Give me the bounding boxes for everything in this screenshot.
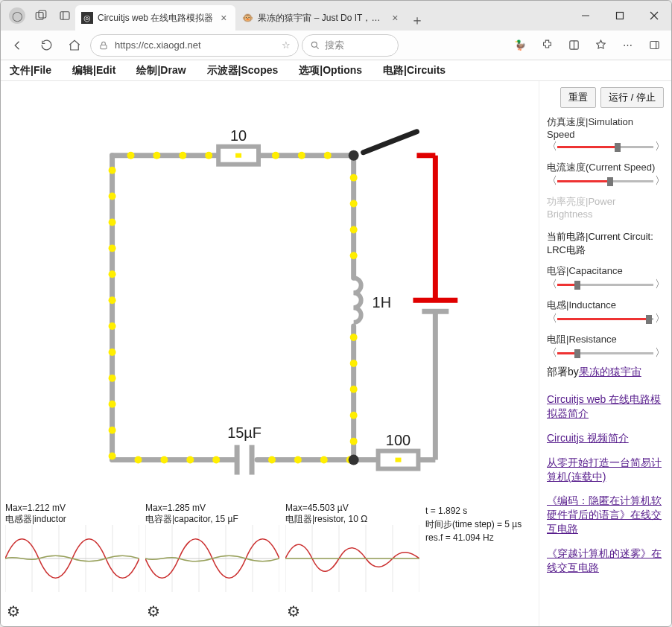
scope-name: 电感器|inductor	[5, 514, 139, 525]
svg-point-55	[212, 456, 220, 464]
scope-settings-icon[interactable]: ⚙	[7, 602, 20, 620]
svg-point-22	[109, 167, 116, 174]
arrow-right-icon[interactable]: 〉	[655, 140, 664, 153]
workspaces-icon[interactable]	[31, 5, 51, 26]
capacitance-slider[interactable]: 〈 〉	[547, 278, 664, 291]
copilot-button[interactable]	[641, 34, 667, 57]
circuit-canvas[interactable]: 10 100	[1, 81, 539, 500]
current-speed-label: 电流速度(Current Speed)	[547, 161, 664, 174]
titlebar: ◯ ◎ Circuitjs web 在线电路模拟器 × 🐵 果冻的猿宇宙 – J…	[1, 1, 671, 31]
sim-info: t = 1.892 s 时间步(time step) = 5 µs res.f …	[425, 503, 522, 544]
svg-rect-1	[39, 10, 46, 18]
arrow-left-icon[interactable]: 〈	[547, 278, 556, 291]
svg-rect-5	[617, 13, 624, 19]
svg-rect-0	[36, 13, 43, 20]
resistor-bottom-label: 100	[386, 432, 411, 448]
menu-edit[interactable]: 编辑|Edit	[72, 64, 115, 77]
svg-point-32	[109, 427, 116, 434]
svg-point-58	[320, 456, 328, 464]
profile-avatar[interactable]: ◯	[7, 5, 28, 26]
menu-scopes[interactable]: 示波器|Scopes	[207, 64, 279, 77]
arrow-left-icon[interactable]: 〈	[547, 174, 556, 188]
scope-resistor[interactable]: Max=45.503 µV 电阻器|resistor, 10 Ω ⚙	[285, 503, 419, 622]
link-video[interactable]: Circuitjs 视频简介	[547, 431, 664, 445]
reset-button[interactable]: 重置	[560, 87, 596, 108]
menu-circuits[interactable]: 电路|Circuits	[383, 64, 446, 77]
tab-circuitjs[interactable]: ◎ Circuitjs web 在线电路模拟器 ×	[75, 5, 235, 31]
search-box[interactable]: 搜索	[302, 34, 399, 57]
menu-options[interactable]: 选项|Options	[299, 64, 362, 77]
arrow-right-icon[interactable]: 〉	[655, 174, 664, 188]
svg-point-9	[311, 42, 317, 47]
simulation-speed-slider[interactable]: 〈 〉	[547, 140, 664, 153]
svg-line-10	[316, 46, 318, 48]
runstop-button[interactable]: 运行 / 停止	[600, 87, 664, 108]
svg-rect-13	[650, 42, 658, 49]
svg-point-28	[109, 322, 116, 330]
tab-close-button[interactable]: ×	[389, 12, 401, 24]
back-button[interactable]	[5, 34, 31, 57]
svg-point-23	[109, 193, 116, 200]
minimize-button[interactable]	[568, 4, 603, 27]
deploy-link[interactable]: 果冻的猿宇宙	[579, 366, 641, 378]
link-build-computer[interactable]: 从零开始打造一台简易计算机(连载中)	[547, 456, 664, 484]
close-window-button[interactable]	[637, 4, 671, 27]
arrow-right-icon[interactable]: 〉	[655, 312, 664, 325]
scope-settings-icon[interactable]: ⚙	[147, 602, 160, 620]
link-intro[interactable]: Circuitjs web 在线电路模拟器简介	[547, 392, 664, 421]
sidebar-button[interactable]	[561, 34, 586, 57]
svg-point-47	[350, 334, 358, 341]
link-fog-book[interactable]: 《穿越计算机的迷雾》在线交互电路	[547, 547, 664, 575]
menu-file[interactable]: 文件|File	[10, 64, 51, 77]
tabs-icon[interactable]	[54, 5, 75, 26]
favicon-icon: 🐵	[241, 12, 253, 24]
svg-rect-60	[235, 153, 241, 158]
arrow-right-icon[interactable]: 〉	[655, 278, 664, 291]
svg-point-40	[298, 152, 305, 159]
right-panel: 重置 运行 / 停止 仿真速度|Simulation Speed 〈 〉 电流速…	[539, 81, 671, 626]
svg-point-33	[109, 453, 116, 460]
tab-close-button[interactable]: ×	[218, 12, 229, 24]
url-text: https://cc.xiaogd.net	[115, 39, 201, 51]
link-code-book[interactable]: 《编码：隐匿在计算机软硬件背后的语言》在线交互电路	[547, 494, 664, 536]
scope-settings-icon[interactable]: ⚙	[287, 602, 300, 620]
menu-draw[interactable]: 绘制|Draw	[136, 64, 186, 77]
app-menubar: 文件|File 编辑|Edit 绘制|Draw 示波器|Scopes 选项|Op…	[1, 60, 671, 81]
browser-toolbar: https://cc.xiaogd.net ☆ 搜索 🦆 ⋯	[1, 31, 671, 60]
arrow-right-icon[interactable]: 〉	[655, 346, 664, 360]
new-tab-button[interactable]: ＋	[407, 10, 428, 31]
svg-point-46	[350, 252, 358, 259]
current-speed-slider[interactable]: 〈 〉	[547, 174, 664, 188]
svg-point-35	[153, 152, 160, 159]
scope-name: 电容器|capacitor, 15 µF	[145, 514, 279, 525]
tab-blog[interactable]: 🐵 果冻的猿宇宙 – Just Do IT，放胆 ×	[235, 5, 407, 31]
tab-title: Circuitjs web 在线电路模拟器	[98, 12, 213, 25]
scope-max: Max=1.212 mV	[5, 503, 139, 514]
svg-point-50	[350, 412, 358, 419]
resistance-slider[interactable]: 〈 〉	[547, 346, 664, 360]
scope-inductor[interactable]: Max=1.212 mV 电感器|inductor ⚙	[5, 503, 139, 622]
address-bar[interactable]: https://cc.xiaogd.net ☆	[90, 34, 299, 57]
current-circuit-name: LRC电路	[547, 244, 664, 257]
arrow-left-icon[interactable]: 〈	[547, 346, 556, 360]
svg-point-52	[134, 456, 142, 464]
favorite-icon[interactable]: ☆	[282, 39, 291, 51]
arrow-left-icon[interactable]: 〈	[547, 312, 556, 325]
svg-point-49	[350, 386, 358, 393]
switch[interactable]	[364, 132, 417, 153]
more-button[interactable]: ⋯	[615, 34, 640, 57]
inductance-slider[interactable]: 〈 〉	[547, 312, 664, 325]
extensions-button[interactable]	[534, 34, 560, 57]
extension-icon[interactable]: 🦆	[507, 34, 533, 57]
svg-point-48	[350, 360, 358, 367]
home-button[interactable]	[62, 34, 87, 57]
inductor[interactable]	[354, 278, 361, 322]
arrow-left-icon[interactable]: 〈	[547, 140, 556, 153]
refresh-button[interactable]	[34, 34, 59, 57]
svg-point-70	[349, 455, 359, 465]
scope-capacitor[interactable]: Max=1.285 mV 电容器|capacitor, 15 µF ⚙	[145, 503, 279, 622]
favorites-button[interactable]	[588, 34, 613, 57]
svg-point-44	[350, 200, 358, 208]
app-content: 10 100	[1, 81, 671, 626]
maximize-button[interactable]	[603, 4, 637, 27]
